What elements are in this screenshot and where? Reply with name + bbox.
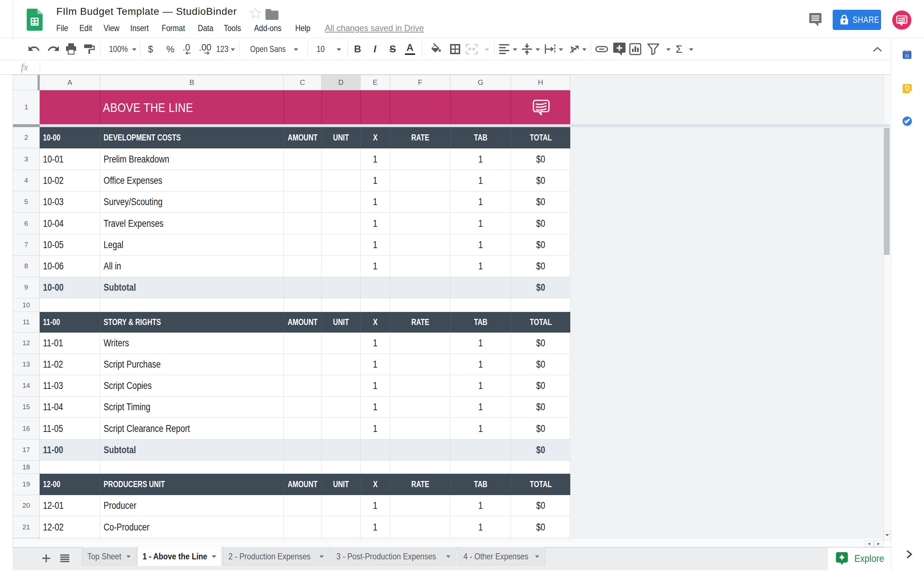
svg-text:31: 31 [904, 53, 909, 58]
